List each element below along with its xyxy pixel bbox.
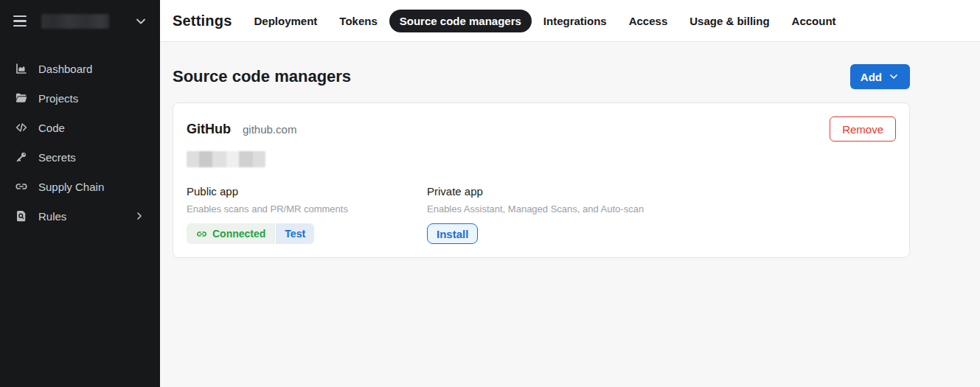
sidebar-header <box>0 0 160 42</box>
sidebar-item-secrets[interactable]: Secrets <box>0 142 160 172</box>
public-app-title: Public app <box>187 185 427 198</box>
redacted-account-text <box>187 151 265 167</box>
sidebar-item-supply-chain[interactable]: Supply Chain <box>0 172 160 201</box>
sidebar-item-label: Projects <box>38 92 78 105</box>
sidebar-nav: Dashboard Projects Code Secrets <box>0 42 160 231</box>
tab-usage-billing[interactable]: Usage & billing <box>679 10 779 32</box>
tab-access[interactable]: Access <box>619 10 678 32</box>
connected-status-label: Connected <box>212 228 265 240</box>
link-icon <box>196 229 207 240</box>
main-area: Settings Deployment Tokens Source code m… <box>160 0 980 387</box>
private-app-description: Enables Assistant, Managed Scans, and Au… <box>427 203 644 215</box>
app-root: Dashboard Projects Code Secrets <box>0 0 980 387</box>
tab-deployment[interactable]: Deployment <box>244 10 328 32</box>
install-button[interactable]: Install <box>427 223 478 244</box>
add-button[interactable]: Add <box>850 64 910 89</box>
test-button[interactable]: Test <box>276 223 314 244</box>
key-icon <box>15 150 28 164</box>
page-title: Settings <box>173 13 232 29</box>
tab-account[interactable]: Account <box>782 10 847 32</box>
private-app-actions: Install <box>427 223 644 244</box>
chevron-down-icon <box>888 71 900 83</box>
sidebar-item-dashboard[interactable]: Dashboard <box>0 54 160 83</box>
section-title: Source code managers <box>173 67 351 86</box>
sidebar-item-code[interactable]: Code <box>0 113 160 142</box>
sidebar-item-projects[interactable]: Projects <box>0 83 160 113</box>
sidebar-item-rules[interactable]: Rules <box>0 201 160 231</box>
public-app-actions: Connected Test <box>187 223 427 244</box>
card-header: GitHub github.com Remove <box>187 116 896 142</box>
scm-domain: github.com <box>243 123 296 136</box>
tab-tokens[interactable]: Tokens <box>329 10 387 32</box>
github-scm-card: GitHub github.com Remove Public app Enab… <box>173 102 910 258</box>
content-area: Source code managers Add GitHub github.c… <box>160 42 980 387</box>
tab-integrations[interactable]: Integrations <box>533 10 617 32</box>
add-button-label: Add <box>861 71 882 83</box>
remove-button[interactable]: Remove <box>830 116 896 142</box>
connected-status-badge: Connected <box>187 223 275 244</box>
sidebar-item-label: Supply Chain <box>38 181 104 193</box>
sidebar: Dashboard Projects Code Secrets <box>0 0 160 387</box>
sidebar-item-label: Code <box>38 122 65 134</box>
section-heading-row: Source code managers Add <box>173 64 910 89</box>
link-icon <box>15 180 28 193</box>
public-app-description: Enables scans and PR/MR comments <box>187 203 427 215</box>
settings-tabs: Deployment Tokens Source code managers I… <box>244 10 847 32</box>
tab-source-code-managers[interactable]: Source code managers <box>389 10 532 32</box>
hamburger-menu-icon[interactable] <box>12 14 28 28</box>
settings-topbar: Settings Deployment Tokens Source code m… <box>160 0 980 42</box>
sidebar-item-label: Dashboard <box>38 63 92 75</box>
public-app-column: Public app Enables scans and PR/MR comme… <box>187 185 427 244</box>
document-search-icon <box>15 209 28 223</box>
org-logo-redacted <box>41 14 109 29</box>
code-icon <box>15 121 28 134</box>
scm-name: GitHub <box>187 122 231 137</box>
private-app-title: Private app <box>427 185 644 198</box>
org-switcher-chevron-down-icon[interactable] <box>133 14 148 29</box>
private-app-column: Private app Enables Assistant, Managed S… <box>427 185 644 244</box>
chevron-right-icon <box>133 210 145 222</box>
chart-icon <box>15 62 28 75</box>
apps-row: Public app Enables scans and PR/MR comme… <box>187 185 896 244</box>
folder-open-icon <box>15 91 28 105</box>
sidebar-item-label: Rules <box>38 210 66 223</box>
sidebar-item-label: Secrets <box>38 151 76 164</box>
